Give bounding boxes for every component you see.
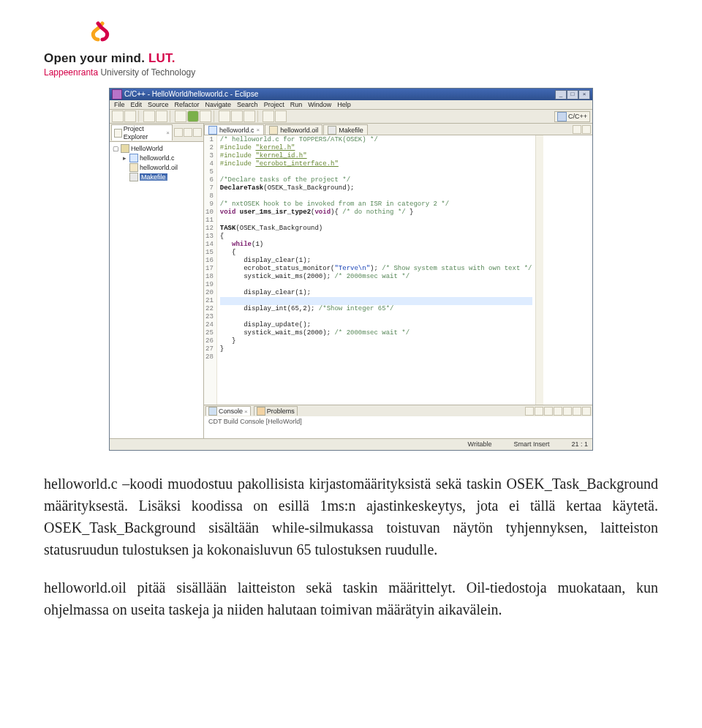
console-tab[interactable]: Console × xyxy=(205,406,251,416)
file-name: helloworld.oil xyxy=(140,164,178,171)
menu-refactor[interactable]: Refactor xyxy=(175,101,200,108)
perspective-label: C/C++ xyxy=(568,113,587,120)
perspective-switcher[interactable]: C/C++ xyxy=(554,111,590,122)
hammer-icon[interactable] xyxy=(156,110,167,122)
menu-run[interactable]: Run xyxy=(290,101,303,108)
maximize-button[interactable]: □ xyxy=(567,90,578,100)
folder-icon xyxy=(114,129,122,138)
display-selected-icon[interactable] xyxy=(554,407,562,416)
new-icon[interactable] xyxy=(112,110,124,122)
editor-tab-c[interactable]: helloworld.c × xyxy=(204,124,264,135)
editor-tab-makefile[interactable]: Makefile xyxy=(323,124,368,135)
menu-file[interactable]: File xyxy=(114,101,125,108)
open-console-icon[interactable] xyxy=(563,407,572,416)
minimize-view-icon[interactable] xyxy=(573,407,581,416)
search-icon[interactable] xyxy=(231,110,243,122)
pin-console-icon[interactable] xyxy=(544,407,553,416)
menu-search[interactable]: Search xyxy=(237,101,258,108)
toolbar: C/C++ xyxy=(110,110,592,124)
build-icon[interactable] xyxy=(143,110,155,122)
project-explorer-pane: Project Explorer × ▢ HelloWorld xyxy=(110,124,204,438)
close-icon[interactable]: × xyxy=(257,127,260,133)
menu-help[interactable]: Help xyxy=(337,101,351,108)
debug-icon[interactable] xyxy=(175,110,186,122)
close-icon[interactable]: × xyxy=(166,130,170,136)
slogan-left: Open your mind. xyxy=(44,51,145,65)
separator xyxy=(138,110,141,122)
project-explorer-tab[interactable]: Project Explorer × xyxy=(111,124,173,140)
university-highlight: Lappeenranta xyxy=(44,67,98,78)
view-menu-icon[interactable] xyxy=(193,128,202,137)
university-name: Lappeenranta University of Technology xyxy=(44,67,658,78)
close-button[interactable]: × xyxy=(578,90,590,100)
minimize-button[interactable]: _ xyxy=(555,90,567,100)
save-icon[interactable] xyxy=(124,110,136,122)
open-type-icon[interactable] xyxy=(219,110,230,122)
line-gutter: 1234567891011121314151617181920212223242… xyxy=(204,135,217,405)
code-editor[interactable]: 1234567891011121314151617181920212223242… xyxy=(204,135,592,405)
spacer xyxy=(121,173,128,181)
c-file-icon xyxy=(129,154,138,162)
spacer xyxy=(121,164,128,171)
titlebar: C/C++ - HelloWorld/helloworld.c - Eclips… xyxy=(110,89,592,100)
oil-file-icon xyxy=(129,163,138,172)
eclipse-window: C/C++ - HelloWorld/helloworld.c - Eclips… xyxy=(109,88,593,451)
paragraph-1: helloworld.c –koodi muodostuu pakollisis… xyxy=(44,473,658,560)
collapse-all-icon[interactable] xyxy=(174,128,183,137)
problems-tab[interactable]: Problems xyxy=(254,406,298,416)
editor-tab-label: helloworld.c xyxy=(219,127,254,134)
menu-project[interactable]: Project xyxy=(264,101,284,108)
editor-pane: helloworld.c × helloworld.oil Makefile xyxy=(204,124,592,438)
lut-logo-icon xyxy=(88,20,658,48)
window-title: C/C++ - HelloWorld/helloworld.c - Eclips… xyxy=(124,90,258,99)
code-body[interactable]: /* helloworld.c for TOPPERS/ATK(OSEK) */… xyxy=(217,135,535,405)
paragraph-2: helloworld.oil pitää sisällään laitteist… xyxy=(44,577,658,620)
expand-icon[interactable]: ▸ xyxy=(121,154,128,162)
status-mode: Writable xyxy=(468,440,492,448)
editor-tab-oil[interactable]: helloworld.oil xyxy=(265,124,322,135)
statusbar: Writable Smart Insert 21 : 1 xyxy=(110,438,592,449)
bottom-pane: Console × Problems xyxy=(204,405,592,438)
editor-tab-label: helloworld.oil xyxy=(280,127,318,134)
perspective-icon xyxy=(557,112,567,121)
makefile-icon xyxy=(328,126,336,135)
menu-navigate[interactable]: Navigate xyxy=(205,101,232,108)
menu-edit[interactable]: Edit xyxy=(131,101,143,108)
annotation-icon[interactable] xyxy=(244,110,255,122)
project-icon xyxy=(121,144,129,153)
c-file-icon xyxy=(208,126,217,135)
close-icon[interactable]: × xyxy=(244,408,248,415)
expand-icon[interactable]: ▢ xyxy=(113,145,119,152)
maximize-view-icon[interactable] xyxy=(582,407,591,416)
external-tools-icon[interactable] xyxy=(200,110,211,122)
tree-file-makefile[interactable]: Makefile xyxy=(113,173,200,182)
project-name: HelloWorld xyxy=(131,145,163,152)
link-editor-icon[interactable] xyxy=(184,128,192,137)
slogan-lut: LUT. xyxy=(148,51,176,65)
maximize-view-icon[interactable] xyxy=(582,125,591,134)
app-icon xyxy=(112,89,122,100)
status-insert: Smart Insert xyxy=(513,440,549,448)
workarea: Project Explorer × ▢ HelloWorld xyxy=(110,124,592,438)
lut-header: Open your mind. LUT. Lappeenranta Univer… xyxy=(44,20,658,78)
minimize-view-icon[interactable] xyxy=(573,125,581,134)
editor-tabs: helloworld.c × helloworld.oil Makefile xyxy=(204,124,592,135)
menu-source[interactable]: Source xyxy=(148,101,169,108)
console-label: Console xyxy=(219,408,243,415)
makefile-icon xyxy=(129,173,138,181)
problems-label: Problems xyxy=(267,408,295,415)
file-name: Makefile xyxy=(140,173,167,181)
tree-file-oil[interactable]: helloworld.oil xyxy=(113,163,200,173)
body-text: helloworld.c –koodi muodostuu pakollisis… xyxy=(44,473,658,620)
nav-back-icon[interactable] xyxy=(263,110,274,122)
project-tree: ▢ HelloWorld ▸ helloworld.c helloworld.o… xyxy=(110,142,203,184)
scroll-lock-icon[interactable] xyxy=(535,407,543,416)
tree-file-c[interactable]: ▸ helloworld.c xyxy=(113,154,200,163)
console-body: CDT Build Console [HelloWorld] xyxy=(204,416,592,438)
clear-console-icon[interactable] xyxy=(525,407,534,416)
nav-fwd-icon[interactable] xyxy=(275,110,287,122)
menu-window[interactable]: Window xyxy=(308,101,331,108)
run-icon[interactable] xyxy=(187,110,199,122)
problems-icon xyxy=(257,407,265,416)
tree-project[interactable]: ▢ HelloWorld xyxy=(113,144,200,154)
